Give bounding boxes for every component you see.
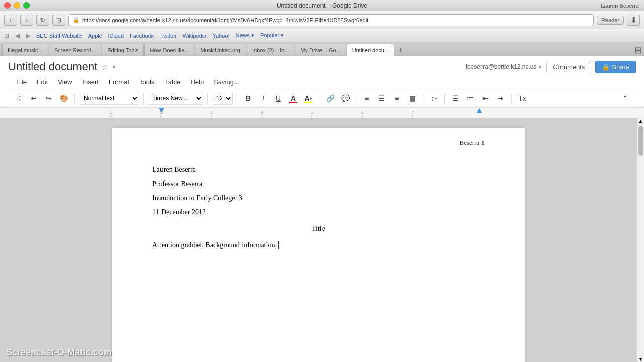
bookmark-news[interactable]: News ▾ [236,32,255,39]
toolbar-sep-7 [423,93,423,103]
highlight-button[interactable]: A ▾ [302,92,315,105]
justify-button[interactable]: ▤ [406,92,419,105]
forward-button[interactable]: › [20,15,33,26]
bold-button[interactable]: B [242,92,255,105]
menu-insert[interactable]: Insert [78,76,103,88]
tab-inbox[interactable]: Inbox (2) – lb... [247,44,294,56]
doc-line-date: 11 December 2012 [152,205,485,219]
svg-text:3: 3 [210,110,213,115]
font-size-selector[interactable]: 12 10 11 14 [212,92,233,105]
refresh-button[interactable]: ↻ [36,15,49,26]
decrease-indent-button[interactable]: ⇤ [479,92,492,105]
tab-music-united[interactable]: MusicUnited.org [195,44,246,56]
align-left-button[interactable]: ≡ [360,92,373,105]
ruler-svg: 1 2 3 4 5 6 7 [0,108,644,118]
menu-tools[interactable]: Tools [135,76,158,88]
menu-help[interactable]: Help [186,76,208,88]
scrollbar[interactable]: ▲ ▼ [637,118,644,362]
numbered-list-button[interactable]: ≔ [464,92,477,105]
toolbar-sep-8 [444,93,445,103]
text-color-button[interactable]: A [287,92,300,105]
scroll-track[interactable] [638,124,643,356]
download-button[interactable]: ⬇ [627,15,640,26]
underline-button[interactable]: U [272,92,285,105]
lock-icon: 🔒 [73,17,80,23]
nav-back-icon[interactable]: ◀ [15,32,20,39]
ruler: 1 2 3 4 5 6 7 [0,108,644,118]
document-title[interactable]: Untitled document [8,60,97,73]
share-page-button[interactable]: ⊡ [52,15,65,26]
scroll-down-button[interactable]: ▼ [638,356,644,362]
line-spacing-button[interactable]: ↕▾ [427,92,440,105]
comment-button[interactable]: 💬 [339,92,352,105]
page-header: Beserra 1 [460,138,485,148]
bookmark-twitter[interactable]: Twitter [160,33,176,39]
bookmark-facebook[interactable]: Facebook [130,33,154,39]
nav-fwd-icon[interactable]: ▶ [26,32,30,39]
tab-how-does[interactable]: How Does Ille... [144,44,194,56]
italic-button[interactable]: I [257,92,270,105]
toolbar-sep-1 [74,93,75,103]
back-button[interactable]: ‹ [4,15,17,26]
undo-button[interactable]: ↩ [27,92,40,105]
clear-format-button[interactable]: Tx [516,92,529,105]
redo-button[interactable]: ↪ [42,92,55,105]
bullet-list-button[interactable]: ☰ [449,92,462,105]
print-button[interactable]: 🖨 [12,92,25,105]
minimize-button[interactable] [14,2,20,9]
doc-line-professor: Professor Beserra [152,177,485,191]
star-icon[interactable]: ☆ [101,62,108,72]
close-button[interactable] [4,2,11,9]
doc-area[interactable]: Beserra 1 Lauren Beserra Professor Beser… [0,118,637,362]
font-selector[interactable]: Times New... Arial Verdana [148,92,203,105]
menu-file[interactable]: File [12,76,31,88]
lock-share-icon: 🔒 [602,63,610,71]
scroll-up-button[interactable]: ▲ [638,118,644,124]
address-bar[interactable]: 🔒 https://docs.google.com/a/bertie.k12.n… [68,14,594,26]
comments-button[interactable]: Comments [546,61,591,73]
tab-scroll-button[interactable]: ⊞ [634,45,642,56]
maximize-button[interactable] [23,2,30,9]
increase-indent-button[interactable]: ⇥ [494,92,507,105]
doc-content[interactable]: Lauren Beserra Professor Beserra Introdu… [152,163,485,252]
toolbar: 🖨 ↩ ↪ 🎨 Normal text Title Heading 1 Time… [8,89,636,107]
scroll-thumb[interactable] [638,126,643,156]
tab-screen-record[interactable]: Screen Record... [49,44,102,56]
docs-header-right: lbeserra@bertie.k12.nc.us ▼ Comments 🔒 S… [466,61,636,73]
menu-view[interactable]: View [54,76,76,88]
align-center-button[interactable]: ☰ [375,92,388,105]
style-selector[interactable]: Normal text Title Heading 1 [79,92,139,105]
doc-editing-area: Beserra 1 Lauren Beserra Professor Beser… [0,118,644,362]
reader-button[interactable]: Reader [597,16,624,25]
bookmark-bec-staff[interactable]: BEC Staff Website [36,33,82,39]
bookmark-icloud[interactable]: iCloud [108,33,124,39]
svg-text:4: 4 [261,110,263,115]
menu-table[interactable]: Table [160,76,184,88]
new-tab-button[interactable]: + [395,45,406,56]
align-right-button[interactable]: ≡ [390,92,404,105]
bookmark-popular[interactable]: Popular ▾ [260,32,284,39]
bookmark-wikipedia[interactable]: Wikipedia [183,33,207,39]
toolbar-sep-4 [237,93,237,103]
browser-toolbar: ‹ › ↻ ⊡ 🔒 https://docs.google.com/a/bert… [0,11,644,29]
menu-edit[interactable]: Edit [33,76,52,88]
tab-my-drive[interactable]: My Drive – Go... [295,44,346,56]
doc-line-author: Lauren Beserra [152,163,485,177]
tabs-bar: Illegal music... Screen Record... Editin… [0,42,644,56]
paint-format-button[interactable]: 🎨 [57,92,70,105]
bookmark-yahoo[interactable]: Yahoo! [212,33,229,39]
folder-icon[interactable]: ▪ [112,62,115,71]
link-button[interactable]: 🔗 [324,92,337,105]
collapse-toolbar-button[interactable]: ⌃ [619,92,632,105]
docs-header: Untitled document ☆ ▪ lbeserra@bertie.k1… [0,56,644,108]
bookmark-apple[interactable]: Apple [88,33,102,39]
tab-illegal-music[interactable]: Illegal music... [2,44,48,56]
docs-title-section: Untitled document ☆ ▪ [8,60,115,73]
tab-untitled-doc[interactable]: Untitled docu... [347,44,394,56]
account-chevron-icon[interactable]: ▼ [538,64,543,70]
tab-editing-tools[interactable]: Editing Tools [102,44,144,56]
address-text: https://docs.google.com/a/bertie.k12.nc.… [82,17,589,23]
share-button[interactable]: 🔒 Share [595,61,636,73]
menu-format[interactable]: Format [105,76,133,88]
window-title: Untitled document – Google Drive [277,2,367,9]
